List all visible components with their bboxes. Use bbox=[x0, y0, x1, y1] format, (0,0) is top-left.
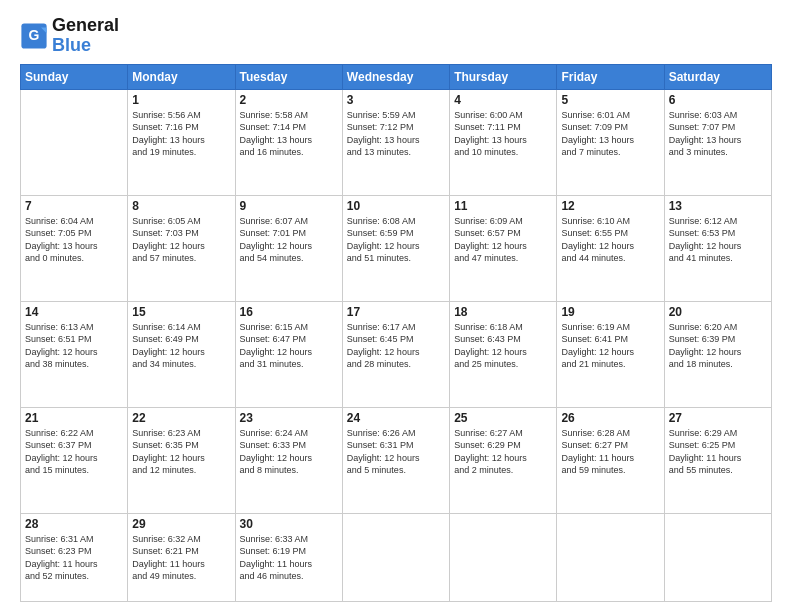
logo-text: General Blue bbox=[52, 16, 119, 56]
calendar-cell: 12Sunrise: 6:10 AM Sunset: 6:55 PM Dayli… bbox=[557, 195, 664, 301]
day-number: 27 bbox=[669, 411, 767, 425]
calendar-cell: 15Sunrise: 6:14 AM Sunset: 6:49 PM Dayli… bbox=[128, 301, 235, 407]
calendar-cell: 7Sunrise: 6:04 AM Sunset: 7:05 PM Daylig… bbox=[21, 195, 128, 301]
day-info: Sunrise: 6:14 AM Sunset: 6:49 PM Dayligh… bbox=[132, 321, 230, 371]
calendar-cell: 5Sunrise: 6:01 AM Sunset: 7:09 PM Daylig… bbox=[557, 89, 664, 195]
calendar-cell bbox=[664, 513, 771, 601]
logo-icon: G bbox=[20, 22, 48, 50]
calendar-cell: 27Sunrise: 6:29 AM Sunset: 6:25 PM Dayli… bbox=[664, 407, 771, 513]
calendar-cell bbox=[450, 513, 557, 601]
calendar-cell: 19Sunrise: 6:19 AM Sunset: 6:41 PM Dayli… bbox=[557, 301, 664, 407]
day-info: Sunrise: 6:32 AM Sunset: 6:21 PM Dayligh… bbox=[132, 533, 230, 583]
day-number: 5 bbox=[561, 93, 659, 107]
calendar-cell: 4Sunrise: 6:00 AM Sunset: 7:11 PM Daylig… bbox=[450, 89, 557, 195]
day-number: 23 bbox=[240, 411, 338, 425]
day-number: 16 bbox=[240, 305, 338, 319]
day-number: 8 bbox=[132, 199, 230, 213]
day-info: Sunrise: 5:58 AM Sunset: 7:14 PM Dayligh… bbox=[240, 109, 338, 159]
day-info: Sunrise: 6:07 AM Sunset: 7:01 PM Dayligh… bbox=[240, 215, 338, 265]
calendar-cell: 28Sunrise: 6:31 AM Sunset: 6:23 PM Dayli… bbox=[21, 513, 128, 601]
day-info: Sunrise: 6:15 AM Sunset: 6:47 PM Dayligh… bbox=[240, 321, 338, 371]
calendar-cell: 18Sunrise: 6:18 AM Sunset: 6:43 PM Dayli… bbox=[450, 301, 557, 407]
day-info: Sunrise: 6:04 AM Sunset: 7:05 PM Dayligh… bbox=[25, 215, 123, 265]
calendar-cell: 26Sunrise: 6:28 AM Sunset: 6:27 PM Dayli… bbox=[557, 407, 664, 513]
day-info: Sunrise: 6:31 AM Sunset: 6:23 PM Dayligh… bbox=[25, 533, 123, 583]
day-info: Sunrise: 5:59 AM Sunset: 7:12 PM Dayligh… bbox=[347, 109, 445, 159]
calendar-header-sunday: Sunday bbox=[21, 64, 128, 89]
calendar-cell: 1Sunrise: 5:56 AM Sunset: 7:16 PM Daylig… bbox=[128, 89, 235, 195]
calendar-week-row: 28Sunrise: 6:31 AM Sunset: 6:23 PM Dayli… bbox=[21, 513, 772, 601]
calendar-cell: 14Sunrise: 6:13 AM Sunset: 6:51 PM Dayli… bbox=[21, 301, 128, 407]
header: G General Blue bbox=[20, 16, 772, 56]
day-number: 7 bbox=[25, 199, 123, 213]
day-info: Sunrise: 6:23 AM Sunset: 6:35 PM Dayligh… bbox=[132, 427, 230, 477]
calendar-cell: 25Sunrise: 6:27 AM Sunset: 6:29 PM Dayli… bbox=[450, 407, 557, 513]
calendar-week-row: 21Sunrise: 6:22 AM Sunset: 6:37 PM Dayli… bbox=[21, 407, 772, 513]
day-number: 14 bbox=[25, 305, 123, 319]
day-info: Sunrise: 6:20 AM Sunset: 6:39 PM Dayligh… bbox=[669, 321, 767, 371]
svg-text:G: G bbox=[29, 27, 40, 43]
calendar-cell: 21Sunrise: 6:22 AM Sunset: 6:37 PM Dayli… bbox=[21, 407, 128, 513]
day-number: 1 bbox=[132, 93, 230, 107]
day-number: 26 bbox=[561, 411, 659, 425]
day-info: Sunrise: 6:29 AM Sunset: 6:25 PM Dayligh… bbox=[669, 427, 767, 477]
calendar-cell: 22Sunrise: 6:23 AM Sunset: 6:35 PM Dayli… bbox=[128, 407, 235, 513]
calendar-week-row: 14Sunrise: 6:13 AM Sunset: 6:51 PM Dayli… bbox=[21, 301, 772, 407]
day-info: Sunrise: 6:18 AM Sunset: 6:43 PM Dayligh… bbox=[454, 321, 552, 371]
logo: G General Blue bbox=[20, 16, 119, 56]
calendar-header-friday: Friday bbox=[557, 64, 664, 89]
calendar-cell: 8Sunrise: 6:05 AM Sunset: 7:03 PM Daylig… bbox=[128, 195, 235, 301]
calendar-cell: 10Sunrise: 6:08 AM Sunset: 6:59 PM Dayli… bbox=[342, 195, 449, 301]
calendar-header-saturday: Saturday bbox=[664, 64, 771, 89]
day-info: Sunrise: 6:24 AM Sunset: 6:33 PM Dayligh… bbox=[240, 427, 338, 477]
day-number: 15 bbox=[132, 305, 230, 319]
calendar-cell bbox=[557, 513, 664, 601]
day-number: 30 bbox=[240, 517, 338, 531]
calendar-cell bbox=[21, 89, 128, 195]
calendar-header-row: SundayMondayTuesdayWednesdayThursdayFrid… bbox=[21, 64, 772, 89]
calendar-cell: 9Sunrise: 6:07 AM Sunset: 7:01 PM Daylig… bbox=[235, 195, 342, 301]
day-info: Sunrise: 6:05 AM Sunset: 7:03 PM Dayligh… bbox=[132, 215, 230, 265]
calendar-table: SundayMondayTuesdayWednesdayThursdayFrid… bbox=[20, 64, 772, 602]
calendar-cell: 2Sunrise: 5:58 AM Sunset: 7:14 PM Daylig… bbox=[235, 89, 342, 195]
page: G General Blue SundayMondayTuesdayWednes… bbox=[0, 0, 792, 612]
day-number: 20 bbox=[669, 305, 767, 319]
day-info: Sunrise: 6:01 AM Sunset: 7:09 PM Dayligh… bbox=[561, 109, 659, 159]
day-number: 28 bbox=[25, 517, 123, 531]
calendar-cell: 23Sunrise: 6:24 AM Sunset: 6:33 PM Dayli… bbox=[235, 407, 342, 513]
calendar-cell: 24Sunrise: 6:26 AM Sunset: 6:31 PM Dayli… bbox=[342, 407, 449, 513]
day-info: Sunrise: 6:27 AM Sunset: 6:29 PM Dayligh… bbox=[454, 427, 552, 477]
day-info: Sunrise: 6:28 AM Sunset: 6:27 PM Dayligh… bbox=[561, 427, 659, 477]
day-info: Sunrise: 6:19 AM Sunset: 6:41 PM Dayligh… bbox=[561, 321, 659, 371]
calendar-cell: 13Sunrise: 6:12 AM Sunset: 6:53 PM Dayli… bbox=[664, 195, 771, 301]
calendar-cell: 30Sunrise: 6:33 AM Sunset: 6:19 PM Dayli… bbox=[235, 513, 342, 601]
day-number: 29 bbox=[132, 517, 230, 531]
day-info: Sunrise: 6:09 AM Sunset: 6:57 PM Dayligh… bbox=[454, 215, 552, 265]
day-number: 3 bbox=[347, 93, 445, 107]
day-info: Sunrise: 6:26 AM Sunset: 6:31 PM Dayligh… bbox=[347, 427, 445, 477]
day-number: 19 bbox=[561, 305, 659, 319]
calendar-cell: 3Sunrise: 5:59 AM Sunset: 7:12 PM Daylig… bbox=[342, 89, 449, 195]
calendar-header-monday: Monday bbox=[128, 64, 235, 89]
day-number: 2 bbox=[240, 93, 338, 107]
calendar-cell: 20Sunrise: 6:20 AM Sunset: 6:39 PM Dayli… bbox=[664, 301, 771, 407]
day-number: 13 bbox=[669, 199, 767, 213]
calendar-header-thursday: Thursday bbox=[450, 64, 557, 89]
calendar-cell: 16Sunrise: 6:15 AM Sunset: 6:47 PM Dayli… bbox=[235, 301, 342, 407]
day-number: 10 bbox=[347, 199, 445, 213]
day-info: Sunrise: 6:13 AM Sunset: 6:51 PM Dayligh… bbox=[25, 321, 123, 371]
day-number: 21 bbox=[25, 411, 123, 425]
day-number: 17 bbox=[347, 305, 445, 319]
calendar-week-row: 7Sunrise: 6:04 AM Sunset: 7:05 PM Daylig… bbox=[21, 195, 772, 301]
day-number: 9 bbox=[240, 199, 338, 213]
day-number: 25 bbox=[454, 411, 552, 425]
day-info: Sunrise: 6:08 AM Sunset: 6:59 PM Dayligh… bbox=[347, 215, 445, 265]
day-number: 6 bbox=[669, 93, 767, 107]
calendar-header-wednesday: Wednesday bbox=[342, 64, 449, 89]
day-number: 24 bbox=[347, 411, 445, 425]
day-number: 4 bbox=[454, 93, 552, 107]
day-number: 22 bbox=[132, 411, 230, 425]
day-number: 11 bbox=[454, 199, 552, 213]
day-number: 18 bbox=[454, 305, 552, 319]
day-info: Sunrise: 6:00 AM Sunset: 7:11 PM Dayligh… bbox=[454, 109, 552, 159]
